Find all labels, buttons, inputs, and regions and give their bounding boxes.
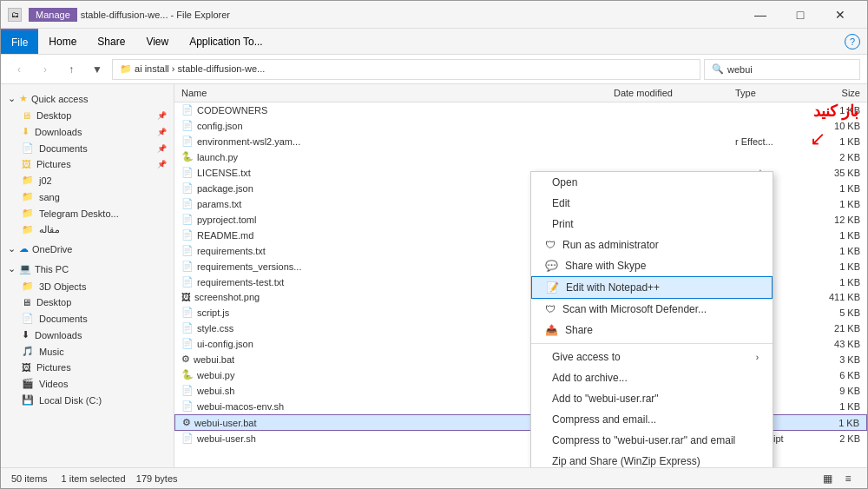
sidebar-item-label: Downloads — [35, 330, 82, 340]
file-icon: 📄 — [181, 214, 194, 225]
skype-icon: 💬 — [545, 260, 558, 272]
quick-access-header[interactable]: ⌄ ★ Quick access — [1, 89, 174, 108]
quick-access-label: Quick access — [31, 94, 88, 104]
maximize-button[interactable]: □ — [780, 1, 820, 29]
search-value: webui — [727, 64, 753, 75]
sidebar-item-label: 3D Objects — [39, 281, 86, 292]
column-size[interactable]: Size — [815, 86, 867, 100]
sidebar-item-j02[interactable]: 📁 j02 — [1, 172, 174, 188]
table-row[interactable]: 🐍launch.py2 KB — [174, 149, 867, 165]
search-input[interactable]: 🔍 webui — [704, 59, 860, 80]
window-title: stable-diffusion-we... - File Explorer — [81, 10, 740, 20]
list-view-button[interactable]: ≡ — [839, 470, 857, 487]
status-bar: 50 items 1 item selected 179 bytes ▦ ≡ — [1, 467, 867, 488]
notepad-icon: 📝 — [546, 281, 559, 294]
forward-button[interactable]: › — [34, 58, 56, 81]
column-type[interactable]: Type — [728, 86, 815, 100]
file-icon: 📄 — [181, 322, 194, 334]
items-count: 50 items — [11, 473, 48, 484]
menu-item-scan[interactable]: 🛡Scan with Microsoft Defender... — [531, 299, 773, 320]
details-view-button[interactable]: ▦ — [819, 470, 836, 487]
sidebar-item-label: Desktop — [36, 297, 71, 307]
menu-item-compress-email[interactable]: Compress and email... — [531, 409, 773, 430]
table-row[interactable]: 📄environment-wsl2.yam...r Effect...1 KB — [174, 134, 867, 149]
sidebar-item-sang[interactable]: 📁 sang — [1, 188, 174, 205]
quick-access-section: ⌄ ★ Quick access 🖥 Desktop 📌 ⬇ Downloads… — [1, 89, 174, 238]
sidebar-item-label: j02 — [39, 175, 52, 186]
file-icon: 📄 — [181, 167, 194, 178]
search-icon: 🔍 — [712, 63, 724, 75]
menu-item-give-access[interactable]: Give access to› — [531, 347, 773, 367]
file-icon: 📄 — [181, 307, 194, 318]
sidebar-item-desktop2[interactable]: 🖥 Desktop — [1, 294, 174, 310]
tab-file[interactable]: File — [1, 29, 38, 54]
sidebar-item-videos[interactable]: 🎬 Videos — [1, 375, 174, 392]
menu-item-add-archive[interactable]: Add to archive... — [531, 367, 773, 388]
menu-item-share-skype[interactable]: 💬Share with Skype — [531, 255, 773, 276]
menu-item-open[interactable]: Open — [531, 172, 773, 193]
tab-share[interactable]: Share — [87, 29, 135, 54]
sidebar-item-music[interactable]: 🎵 Music — [1, 343, 174, 360]
tab-application[interactable]: Application To... — [179, 29, 273, 54]
folder-icon: 📄 — [22, 313, 34, 324]
menu-item-compress-rar-email[interactable]: Compress to "webui-user.rar" and email — [531, 430, 773, 451]
table-row[interactable]: 📄CODEOWNERS1 KB — [174, 102, 867, 118]
recent-button[interactable]: ▼ — [86, 58, 108, 81]
close-button[interactable]: ✕ — [820, 1, 860, 29]
menu-item-zip-share[interactable]: Zip and Share (WinZip Express) — [531, 451, 773, 467]
chevron-down-icon: ⌄ — [8, 93, 16, 104]
onedrive-header[interactable]: ⌄ ☁ OneDrive — [1, 240, 174, 258]
folder-icon: 🖥 — [22, 297, 31, 307]
folder-icon: 📁 — [22, 175, 34, 186]
file-icon: ⚙ — [182, 417, 191, 428]
sidebar-item-pictures2[interactable]: 🖼 Pictures — [1, 360, 174, 375]
file-icon: 📄 — [181, 245, 194, 256]
folder-icon: 📁 — [22, 281, 34, 292]
sidebar-item-downloads[interactable]: ⬇ Downloads 📌 — [1, 123, 174, 140]
sidebar-item-local-disk[interactable]: 💾 Local Disk (C:) — [1, 392, 174, 408]
tab-home[interactable]: Home — [38, 29, 87, 54]
file-icon: 📄 — [181, 400, 194, 412]
menu-item-add-rar[interactable]: Add to "webui-user.rar" — [531, 388, 773, 409]
menu-item-print[interactable]: Print — [531, 214, 773, 235]
sidebar-item-telegram[interactable]: 📁 Telegram Deskto... — [1, 205, 174, 221]
menu-item-edit-notepad[interactable]: 📝Edit with Notepad++ — [531, 276, 773, 299]
sidebar-item-label: Music — [39, 347, 64, 357]
sidebar-item-desktop[interactable]: 🖥 Desktop 📌 — [1, 108, 174, 123]
column-date[interactable]: Date modified — [607, 86, 728, 100]
back-button[interactable]: ‹ — [8, 58, 30, 81]
menu-item-share[interactable]: 📤Share — [531, 320, 773, 340]
folder-icon: ⬇ — [22, 329, 30, 340]
onedrive-section: ⌄ ☁ OneDrive — [1, 240, 174, 258]
sidebar-item-3d[interactable]: 📁 3D Objects — [1, 278, 174, 294]
address-path[interactable]: 📁 ai install › stable-diffusion-we... — [112, 59, 700, 80]
breadcrumb: 📁 ai install › stable-diffusion-we... — [120, 63, 265, 75]
up-button[interactable]: ↑ — [60, 58, 82, 81]
menu-separator — [531, 343, 773, 344]
sidebar-item-documents2[interactable]: 📄 Documents — [1, 310, 174, 327]
sidebar-item-article[interactable]: 📁 مقاله — [1, 221, 174, 238]
sidebar-item-pictures[interactable]: 🖼 Pictures 📌 — [1, 156, 174, 172]
file-icon: 📄 — [181, 135, 194, 147]
this-pc-header[interactable]: ⌄ 💻 This PC — [1, 260, 174, 278]
sidebar-item-label: Desktop — [36, 110, 71, 121]
file-icon: 🖼 — [181, 292, 191, 302]
file-icon: 📄 — [181, 198, 194, 209]
minimize-button[interactable]: — — [740, 1, 780, 29]
menu-item-edit[interactable]: Edit — [531, 193, 773, 214]
help-button[interactable]: ? — [845, 34, 860, 50]
menu-item-run-admin[interactable]: 🛡Run as administrator — [531, 235, 773, 255]
ribbon: File Home Share View Application To... ? — [1, 29, 867, 55]
this-pc-section: ⌄ 💻 This PC 📁 3D Objects 🖥 Desktop 📄 Doc… — [1, 260, 174, 408]
file-list-header: Name Date modified Type Size — [174, 84, 867, 102]
cloud-icon: ☁ — [19, 243, 29, 254]
folder-icon: 📁 — [22, 224, 34, 235]
table-row[interactable]: 📄config.json10 KB — [174, 118, 867, 134]
sidebar-item-documents[interactable]: 📄 Documents 📌 — [1, 140, 174, 156]
drive-icon: 💾 — [22, 394, 34, 406]
sidebar-item-label: مقاله — [39, 224, 60, 235]
sidebar-item-downloads2[interactable]: ⬇ Downloads — [1, 327, 174, 343]
folder-icon: 📁 — [22, 208, 34, 219]
column-name[interactable]: Name — [174, 86, 607, 100]
tab-view[interactable]: View — [135, 29, 179, 54]
